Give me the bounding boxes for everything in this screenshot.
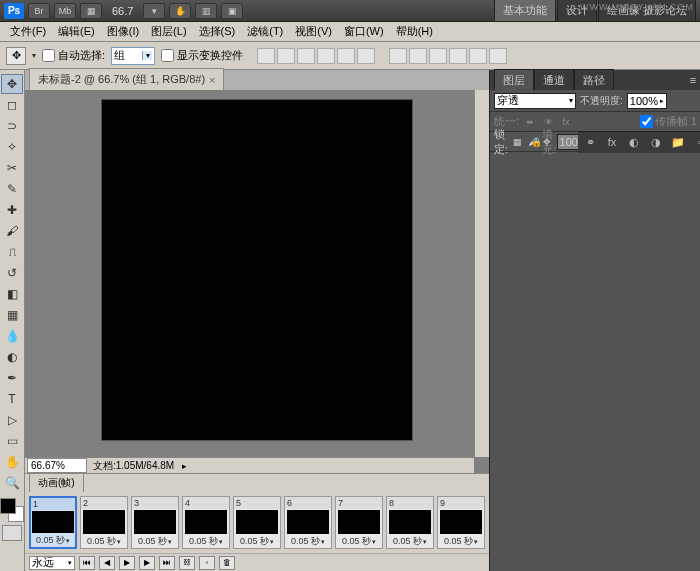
align-top-icon[interactable] [257,48,275,64]
shape-tool[interactable]: ▭ [1,431,23,451]
panel-menu-icon[interactable]: ≡ [685,74,700,86]
tab-paths[interactable]: 路径 [574,69,614,92]
show-transform-checkbox[interactable]: 显示变换控件 [161,48,243,63]
zoom-input[interactable]: 66.67% [27,458,87,473]
align-hcenter-icon[interactable] [337,48,355,64]
frame-delay[interactable]: 0.05 秒▾ [291,535,325,548]
layer-fx-icon[interactable]: fx [604,135,620,149]
pen-tool[interactable]: ✒ [1,368,23,388]
quickmask-toggle[interactable] [2,525,22,541]
play-button[interactable]: ▶ [119,556,135,570]
color-swatches[interactable] [0,498,24,522]
marquee-tool[interactable]: ◻ [1,95,23,115]
distribute-top-icon[interactable] [389,48,407,64]
blend-mode-select[interactable]: 穿透 ▾ [494,93,576,109]
gradient-tool[interactable]: ▦ [1,305,23,325]
bridge-button[interactable]: Br [28,3,50,19]
menu-file[interactable]: 文件(F) [4,22,52,41]
frame-delay[interactable]: 0.05 秒▾ [189,535,223,548]
menu-image[interactable]: 图像(I) [101,22,145,41]
distribute-vcenter-icon[interactable] [409,48,427,64]
unify-style-icon[interactable]: fx [559,115,573,129]
loop-select[interactable]: 永远 ▾ [29,556,75,570]
frame-3[interactable]: 30.05 秒▾ [131,496,179,549]
frame-8[interactable]: 80.05 秒▾ [386,496,434,549]
canvas-viewport[interactable]: 66.67% 文档:1.05M/64.8M ▸ [25,90,489,473]
path-tool[interactable]: ▷ [1,410,23,430]
distribute-right-icon[interactable] [489,48,507,64]
stamp-tool[interactable]: ⎍ [1,242,23,262]
tab-channels[interactable]: 通道 [534,69,574,92]
frame-7[interactable]: 70.05 秒▾ [335,496,383,549]
document-info[interactable]: 文档:1.05M/64.8M [87,459,180,473]
move-tool-icon[interactable]: ✥ [6,47,26,65]
view-extras-button[interactable]: ▦ [80,3,102,19]
hand-tool[interactable]: ✋ [1,452,23,472]
menu-help[interactable]: 帮助(H) [390,22,439,41]
menu-view[interactable]: 视图(V) [289,22,338,41]
lasso-tool[interactable]: ⊃ [1,116,23,136]
frame-9[interactable]: 90.05 秒▾ [437,496,485,549]
distribute-hcenter-icon[interactable] [469,48,487,64]
chevron-right-icon[interactable]: ▸ [182,461,187,471]
type-tool[interactable]: T [1,389,23,409]
prev-frame-button[interactable]: ◀ [99,556,115,570]
next-frame-button[interactable]: ▶ [139,556,155,570]
scrollbar-vertical[interactable] [474,90,489,457]
align-left-icon[interactable] [317,48,335,64]
minibridge-button[interactable]: Mb [54,3,76,19]
menu-edit[interactable]: 编辑(E) [52,22,101,41]
frame-delay[interactable]: 0.05 秒▾ [342,535,376,548]
adjustment-layer-icon[interactable]: ◑ [648,135,664,149]
new-layer-icon[interactable]: ▫ [692,135,700,149]
workspace-tab-essentials[interactable]: 基本功能 [494,0,556,22]
frame-delay[interactable]: 0.05 秒▾ [87,535,121,548]
propagate-checkbox[interactable]: 传播帧 1 [640,114,697,129]
frame-5[interactable]: 50.05 秒▾ [233,496,281,549]
frame-delay[interactable]: 0.05 秒▾ [393,535,427,548]
new-group-icon[interactable]: 📁 [670,135,686,149]
zoom-tool[interactable]: 🔍 [1,473,23,493]
auto-select-target[interactable]: 组 ▾ [111,47,155,65]
lock-all-icon[interactable]: 🔒 填充: 100% ▸ [556,135,570,149]
close-icon[interactable]: × [209,74,215,86]
blur-tool[interactable]: 💧 [1,326,23,346]
delete-frame-button[interactable]: 🗑 [219,556,235,570]
distribute-left-icon[interactable] [449,48,467,64]
frame-4[interactable]: 40.05 秒▾ [182,496,230,549]
last-frame-button[interactable]: ⏭ [159,556,175,570]
layer-mask-icon[interactable]: ◐ [626,135,642,149]
frame-delay[interactable]: 0.05 秒▾ [36,534,70,547]
move-tool[interactable]: ✥ [1,74,23,94]
fg-color-swatch[interactable] [0,498,16,514]
arrange-button[interactable]: ▥ [195,3,217,19]
animation-tab[interactable]: 动画(帧) [29,473,84,492]
menu-select[interactable]: 选择(S) [193,22,242,41]
zoom-dropdown[interactable]: ▾ [143,3,165,19]
distribute-bottom-icon[interactable] [429,48,447,64]
frame-2[interactable]: 20.05 秒▾ [80,496,128,549]
heal-tool[interactable]: ✚ [1,200,23,220]
menu-layer[interactable]: 图层(L) [145,22,192,41]
propagate-input[interactable] [640,115,653,128]
crop-tool[interactable]: ✂ [1,158,23,178]
menu-window[interactable]: 窗口(W) [338,22,390,41]
new-frame-button[interactable]: ▫ [199,556,215,570]
show-transform-input[interactable] [161,49,174,62]
eraser-tool[interactable]: ◧ [1,284,23,304]
align-right-icon[interactable] [357,48,375,64]
unify-position-icon[interactable]: ⬌ [523,115,537,129]
opacity-input[interactable]: 100% ▸ [627,93,667,109]
canvas[interactable] [102,100,412,440]
screen-mode-button[interactable]: ▣ [221,3,243,19]
link-layers-icon[interactable]: ⚭ [582,135,598,149]
frame-delay[interactable]: 0.05 秒▾ [240,535,274,548]
first-frame-button[interactable]: ⏮ [79,556,95,570]
tab-layers[interactable]: 图层 [494,69,534,92]
tween-button[interactable]: ⛓ [179,556,195,570]
align-bottom-icon[interactable] [297,48,315,64]
frame-delay[interactable]: 0.05 秒▾ [138,535,172,548]
frame-1[interactable]: 10.05 秒▾ [29,496,77,549]
lock-transparency-icon[interactable]: ▦ [512,135,523,149]
hand-view-button[interactable]: ✋ [169,3,191,19]
